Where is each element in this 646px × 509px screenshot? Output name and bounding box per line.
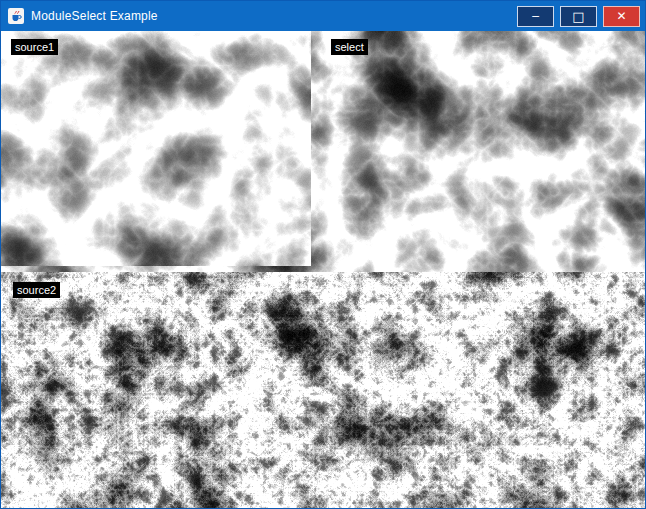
minimize-button[interactable]: ─ xyxy=(517,6,554,27)
label-source2: source2 xyxy=(13,282,60,298)
app-window: ModuleSelect Example ─ □ ✕ source1 selec… xyxy=(0,0,646,509)
minimize-icon: ─ xyxy=(532,11,539,22)
close-button[interactable]: ✕ xyxy=(603,6,640,27)
maximize-icon: □ xyxy=(572,10,584,23)
label-source1: source1 xyxy=(11,39,58,55)
label-select: select xyxy=(331,39,368,55)
maximize-button[interactable]: □ xyxy=(560,6,597,27)
title-bar[interactable]: ModuleSelect Example ─ □ ✕ xyxy=(1,1,645,31)
window-title: ModuleSelect Example xyxy=(31,9,158,23)
close-icon: ✕ xyxy=(616,10,626,22)
source2-noise-image xyxy=(1,272,645,508)
render-area: source1 select source2 xyxy=(1,31,645,508)
window-controls: ─ □ ✕ xyxy=(517,6,645,27)
java-coffee-icon xyxy=(8,8,24,24)
source1-noise-image xyxy=(1,31,311,266)
